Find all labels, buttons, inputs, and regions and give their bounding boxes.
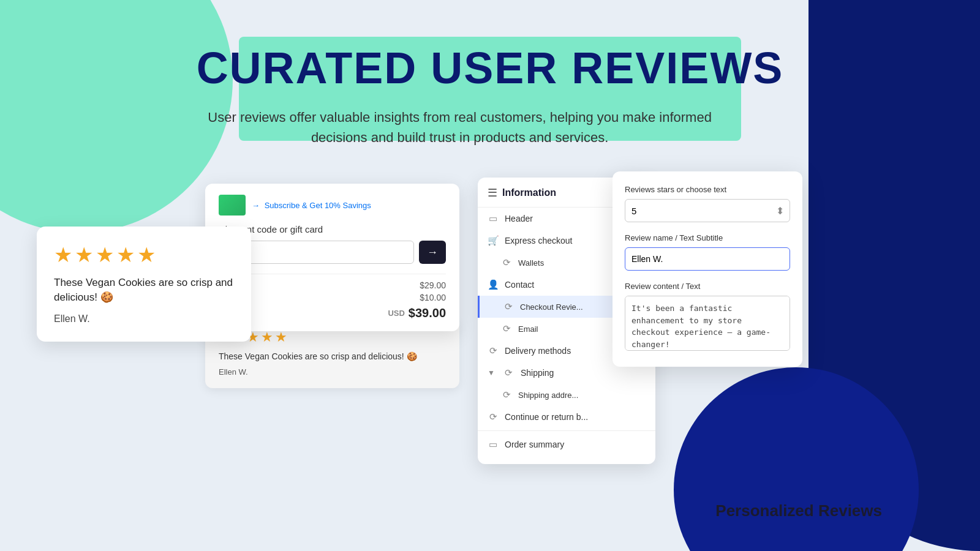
price-row-1: $29.00 bbox=[219, 280, 446, 290]
menu-item-checkout-review-label: Checkout Revie... bbox=[520, 302, 583, 312]
menu-item-shipping-label: Shipping bbox=[521, 368, 554, 378]
continue-icon: ⟳ bbox=[488, 411, 499, 422]
c-star-4: ★ bbox=[261, 329, 273, 345]
order-summary-icon: ▭ bbox=[488, 439, 499, 450]
wallets-icon: ⟳ bbox=[501, 257, 512, 268]
price-total: USD $39.00 bbox=[219, 306, 446, 320]
header-icon: ▭ bbox=[488, 213, 499, 224]
star-2: ★ bbox=[75, 242, 93, 267]
title-section: CURATED USER REVIEWS User reviews offer … bbox=[197, 46, 784, 148]
personalized-label: Personalized Reviews bbox=[715, 501, 882, 520]
stars-select[interactable]: 5 4 3 2 1 bbox=[625, 199, 790, 222]
star-4: ★ bbox=[116, 242, 135, 267]
review-editor-panel: Reviews stars or choose text 5 4 3 2 1 ⬍… bbox=[612, 171, 802, 367]
menu-item-order-summary-label: Order summary bbox=[505, 440, 564, 449]
menu-item-continue[interactable]: ⟳ Continue or return b... bbox=[478, 406, 655, 428]
stars-label: Reviews stars or choose text bbox=[625, 185, 790, 194]
review-card-main: ★ ★ ★ ★ ★ These Vegan Cookies are so cri… bbox=[37, 227, 251, 342]
discount-label: Discount code or gift card bbox=[219, 224, 446, 234]
subscribe-link[interactable]: → Subscribe & Get 10% Savings bbox=[252, 201, 371, 210]
menu-item-wallets-label: Wallets bbox=[518, 258, 544, 268]
discount-submit-button[interactable]: → bbox=[419, 241, 446, 264]
price-row-2: $10.00 bbox=[219, 293, 446, 302]
menu-item-header-label: Header bbox=[505, 214, 533, 223]
menu-item-shipping-address-label: Shipping addre... bbox=[518, 391, 578, 400]
settings-header-icon: ☰ bbox=[488, 186, 497, 200]
stars-select-wrapper: 5 4 3 2 1 ⬍ bbox=[625, 199, 790, 222]
review-text-main: These Vegan Cookies are so crisp and del… bbox=[54, 276, 234, 305]
menu-item-continue-label: Continue or return b... bbox=[505, 412, 588, 422]
menu-item-contact-label: Contact bbox=[505, 280, 534, 290]
stars-row-main: ★ ★ ★ ★ ★ bbox=[54, 242, 234, 267]
settings-title: Information bbox=[502, 187, 556, 198]
price-rows: $29.00 $10.00 USD $39.00 bbox=[219, 274, 446, 320]
menu-item-express-label: Express checkout bbox=[505, 236, 573, 246]
cards-area: ★ ★ ★ ★ ★ These Vegan Cookies are so cri… bbox=[0, 171, 980, 551]
c-star-5: ★ bbox=[275, 329, 287, 345]
express-checkout-icon: 🛒 bbox=[488, 235, 499, 246]
page-subtitle: User reviews offer valuable insights fro… bbox=[197, 107, 723, 148]
contact-icon: 👤 bbox=[488, 279, 499, 290]
delivery-icon: ⟳ bbox=[488, 345, 499, 356]
checkout-review-icon: ⟳ bbox=[503, 301, 514, 312]
reviewer-name-main: Ellen W. bbox=[54, 313, 90, 324]
subscribe-row: → Subscribe & Get 10% Savings bbox=[219, 195, 446, 216]
product-thumbnail bbox=[219, 195, 246, 216]
menu-item-email-label: Email bbox=[518, 324, 538, 334]
discount-row: → bbox=[219, 241, 446, 264]
page-title: CURATED USER REVIEWS bbox=[197, 46, 784, 90]
name-label: Review name / Text Subtitle bbox=[625, 233, 790, 242]
checkout-reviewer-name: Ellen W. bbox=[219, 367, 248, 377]
main-content: CURATED USER REVIEWS User reviews offer … bbox=[0, 0, 980, 551]
shipping-icon: ⟳ bbox=[503, 367, 514, 378]
review-content-textarea[interactable]: It's been a fantastic enhancement to my … bbox=[625, 296, 790, 351]
menu-item-order-summary[interactable]: ▭ Order summary bbox=[478, 433, 655, 455]
subscribe-arrow-icon: → bbox=[252, 201, 260, 210]
shipping-address-icon: ⟳ bbox=[501, 389, 512, 400]
email-icon: ⟳ bbox=[501, 323, 512, 334]
menu-item-shipping-address[interactable]: ⟳ Shipping addre... bbox=[478, 384, 655, 406]
star-3: ★ bbox=[96, 242, 114, 267]
content-label: Review content / Text bbox=[625, 282, 790, 291]
checkout-review-text: These Vegan Cookies are so crisp and del… bbox=[219, 351, 446, 361]
expand-icon: ▼ bbox=[488, 369, 495, 377]
reviewer-name-input[interactable] bbox=[625, 247, 790, 271]
star-5: ★ bbox=[137, 242, 156, 267]
star-1: ★ bbox=[54, 242, 72, 267]
menu-item-delivery-label: Delivery methods bbox=[505, 346, 571, 356]
menu-divider bbox=[478, 430, 655, 431]
checkout-stars-row: ★ ★ ★ ★ ★ bbox=[219, 329, 446, 345]
